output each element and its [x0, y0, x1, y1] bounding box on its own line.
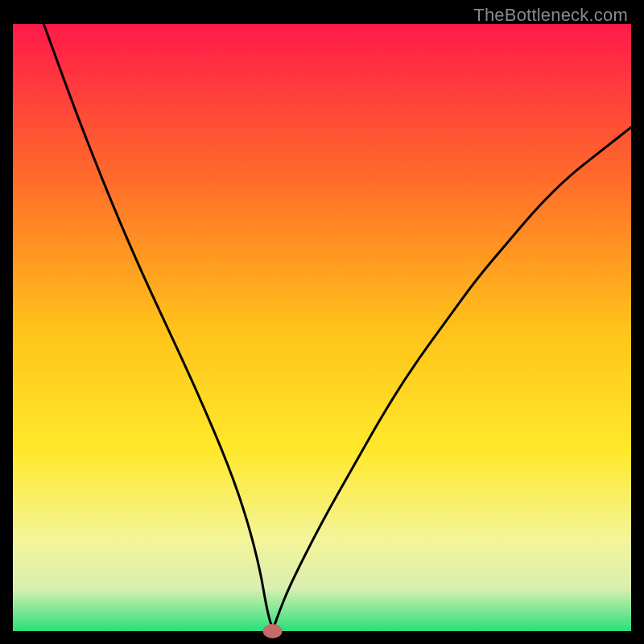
source-watermark: TheBottleneck.com — [473, 5, 628, 26]
plot-area — [13, 24, 631, 631]
bottleneck-chart — [0, 0, 644, 644]
optimal-point-marker — [263, 624, 283, 638]
chart-svg — [0, 0, 644, 644]
